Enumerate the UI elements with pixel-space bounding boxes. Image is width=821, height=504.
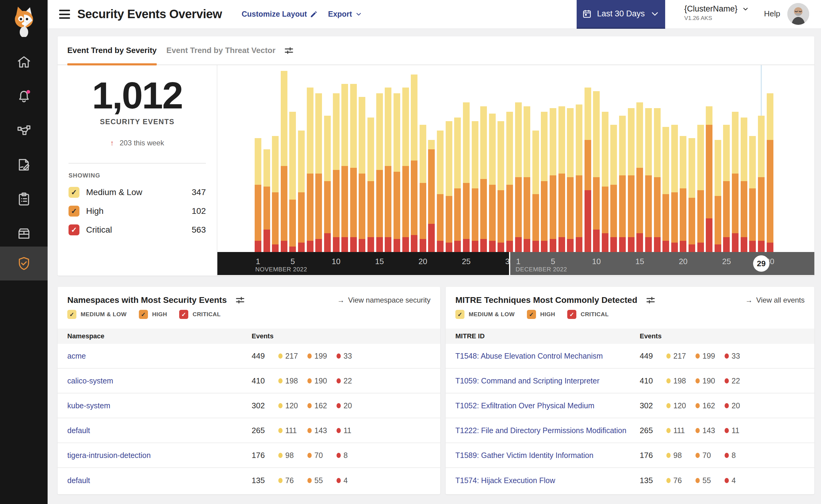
bar-nov-28[interactable] xyxy=(489,114,496,252)
checkbox-checked[interactable]: ✓ xyxy=(139,310,148,319)
bar-nov-3[interactable] xyxy=(272,136,279,252)
sidebar-item-compliance[interactable] xyxy=(0,184,48,214)
bar-dec-10[interactable] xyxy=(593,91,600,252)
bar-nov-4[interactable] xyxy=(281,71,288,252)
checkbox-checked[interactable]: ✓ xyxy=(179,310,188,319)
bar-dec-18[interactable] xyxy=(663,127,669,252)
bar-dec-8[interactable] xyxy=(576,104,582,252)
checkbox-checked[interactable]: ✓ xyxy=(567,310,576,319)
bar-nov-17[interactable] xyxy=(394,93,400,252)
table-filter-settings-icon[interactable] xyxy=(235,295,245,305)
bar-nov-13[interactable] xyxy=(359,97,365,252)
date-range-button[interactable]: Last 30 Days xyxy=(577,0,665,29)
hamburger-menu-icon[interactable] xyxy=(58,8,71,20)
row-link[interactable]: kube-system xyxy=(67,401,110,410)
table-action-link[interactable]: →View all events xyxy=(745,296,805,304)
help-link[interactable]: Help xyxy=(764,9,780,18)
sidebar-item-network-topology[interactable] xyxy=(0,116,48,145)
bar-dec-30[interactable] xyxy=(767,93,773,252)
sidebar-item-inventory[interactable] xyxy=(0,219,48,248)
row-link[interactable]: calico-system xyxy=(67,376,113,385)
bar-nov-11[interactable] xyxy=(341,84,348,252)
bar-dec-28[interactable] xyxy=(749,136,756,252)
bar-dec-6[interactable] xyxy=(558,106,565,252)
bar-dec-5[interactable] xyxy=(550,108,556,252)
bar-nov-14[interactable] xyxy=(367,118,374,252)
row-link[interactable]: T1059: Command and Scripting Interpreter xyxy=(455,376,599,385)
row-link[interactable]: T1574: Hijack Execution Flow xyxy=(455,476,555,485)
bar-dec-9[interactable] xyxy=(584,88,591,252)
bar-nov-23[interactable] xyxy=(446,121,452,252)
bar-nov-26[interactable] xyxy=(472,121,478,252)
tab-event-trend-by-threat-vector[interactable]: Event Trend by Threat Vector xyxy=(166,36,276,65)
bar-dec-1[interactable] xyxy=(515,102,522,252)
row-link[interactable]: T1052: Exfiltration Over Physical Medium xyxy=(455,401,594,410)
bar-nov-16[interactable] xyxy=(385,88,391,252)
row-link[interactable]: T1222: File and Directory Permissions Mo… xyxy=(455,426,627,435)
bar-dec-14[interactable] xyxy=(628,108,635,252)
customize-layout-link[interactable]: Customize Layout xyxy=(242,10,318,18)
bar-dec-3[interactable] xyxy=(532,131,539,252)
bar-dec-15[interactable] xyxy=(637,102,643,252)
bar-nov-30[interactable] xyxy=(506,112,513,252)
bar-dec-13[interactable] xyxy=(619,116,626,252)
checkbox-checked[interactable]: ✓ xyxy=(527,310,536,319)
bar-nov-2[interactable] xyxy=(264,149,270,252)
row-link[interactable]: default xyxy=(67,426,90,435)
bar-dec-12[interactable] xyxy=(610,125,617,252)
sidebar-item-report-edit[interactable] xyxy=(0,150,48,179)
bar-nov-25[interactable] xyxy=(463,102,470,252)
bar-dec-4[interactable] xyxy=(541,112,547,252)
bar-nov-9[interactable] xyxy=(324,116,331,252)
bar-nov-24[interactable] xyxy=(454,118,461,252)
sidebar-item-alerts[interactable] xyxy=(0,82,48,111)
checkbox-checked[interactable]: ✓ xyxy=(68,187,79,198)
bar-nov-22[interactable] xyxy=(437,131,444,252)
chart-filter-settings-icon[interactable] xyxy=(284,46,294,55)
bar-dec-27[interactable] xyxy=(741,118,747,252)
bar-nov-12[interactable] xyxy=(350,84,357,252)
bar-dec-2[interactable] xyxy=(523,106,530,252)
sidebar-item-security-events[interactable] xyxy=(0,247,48,280)
table-filter-settings-icon[interactable] xyxy=(646,295,656,305)
checkbox-checked[interactable]: ✓ xyxy=(67,310,76,319)
checkbox-checked[interactable]: ✓ xyxy=(455,310,464,319)
row-link[interactable]: T1548: Abuse Elevation Control Mechanism xyxy=(455,352,603,360)
bar-dec-16[interactable] xyxy=(645,108,652,252)
selected-day-pill[interactable]: 29 xyxy=(753,255,770,272)
bar-dec-23[interactable] xyxy=(706,106,713,252)
export-button[interactable]: Export xyxy=(328,10,362,18)
bar-nov-15[interactable] xyxy=(376,93,383,252)
bar-nov-21[interactable] xyxy=(428,140,435,252)
bar-dec-19[interactable] xyxy=(671,125,678,252)
bar-dec-24[interactable] xyxy=(715,140,721,252)
bar-nov-6[interactable] xyxy=(298,131,305,252)
row-link[interactable]: acme xyxy=(67,352,86,360)
bar-nov-19[interactable] xyxy=(411,75,417,252)
table-action-link[interactable]: →View namespace security xyxy=(337,296,430,304)
row-link[interactable]: default xyxy=(67,476,90,485)
bar-nov-7[interactable] xyxy=(307,88,314,252)
bar-nov-18[interactable] xyxy=(402,88,409,252)
bar-dec-17[interactable] xyxy=(654,108,661,252)
bar-dec-26[interactable] xyxy=(732,112,739,252)
sidebar-item-home[interactable] xyxy=(0,48,48,77)
bar-nov-29[interactable] xyxy=(497,121,504,252)
bar-dec-11[interactable] xyxy=(602,112,608,252)
bar-nov-10[interactable] xyxy=(333,93,340,252)
bar-nov-1[interactable] xyxy=(255,138,261,252)
bar-dec-20[interactable] xyxy=(680,136,686,252)
bar-nov-5[interactable] xyxy=(289,112,296,252)
bar-dec-29[interactable] xyxy=(758,116,765,252)
row-link[interactable]: T1589: Gather Victim Identity Informatio… xyxy=(455,451,593,460)
checkbox-checked[interactable]: ✓ xyxy=(68,224,79,235)
tab-event-trend-by-severity[interactable]: Event Trend by Severity xyxy=(67,36,157,65)
bar-nov-27[interactable] xyxy=(480,106,487,252)
row-link[interactable]: tigera-intrusion-detection xyxy=(67,451,151,460)
user-avatar[interactable] xyxy=(787,3,809,25)
bar-dec-7[interactable] xyxy=(567,108,573,252)
bar-dec-25[interactable] xyxy=(723,125,730,252)
bar-nov-20[interactable] xyxy=(420,125,426,252)
bar-dec-22[interactable] xyxy=(697,125,704,252)
cluster-selector[interactable]: {ClusterName} V1.26 AKS xyxy=(684,4,749,22)
